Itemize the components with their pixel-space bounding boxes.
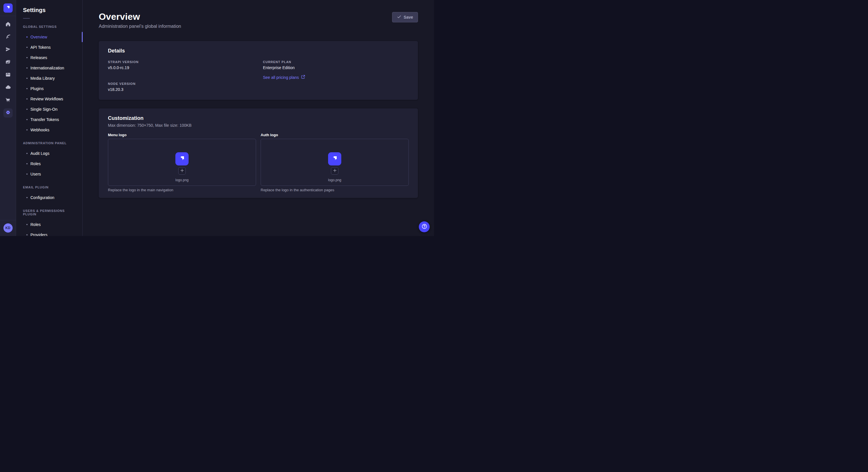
rail-bottom: KD — [0, 220, 16, 236]
sidebar-item-review-workflows[interactable]: Review Workflows — [16, 94, 82, 104]
auth-logo-upload-box[interactable]: logo.png — [260, 139, 409, 186]
nav-home-button[interactable] — [3, 20, 12, 29]
subnav-title: Settings — [23, 7, 82, 13]
plus-icon — [180, 169, 184, 173]
bullet-icon — [26, 98, 28, 100]
sidebar-item-overview[interactable]: Overview — [16, 32, 82, 42]
current-plan-value: Enterprise Edition — [263, 65, 409, 70]
images-icon — [5, 59, 11, 66]
strapi-version-field: STRAPI VERSION v5.0.0-rc.19 — [108, 60, 254, 70]
strapi-admin-app: KD Settings GLOBAL SETTINGS Overview API… — [0, 0, 434, 236]
strapi-version-label: STRAPI VERSION — [108, 60, 254, 64]
bullet-icon — [26, 88, 28, 89]
menu-logo-add-button[interactable] — [178, 167, 186, 175]
bullet-icon — [26, 36, 28, 38]
sidebar-item-plugins[interactable]: Plugins — [16, 83, 82, 94]
customization-heading: Customization — [108, 115, 409, 121]
cloud-icon — [5, 84, 11, 91]
bullet-icon — [26, 47, 28, 48]
sidebar-item-media-library[interactable]: Media Library — [16, 73, 82, 83]
details-heading: Details — [108, 48, 409, 54]
pricing-plans-link[interactable]: See all pricing plans — [263, 75, 305, 80]
customization-card: Customization Max dimension: 750×750, Ma… — [99, 108, 418, 198]
menu-logo-hint: Replace the logo in the main navigation — [108, 188, 256, 192]
node-version-label: NODE VERSION — [108, 82, 254, 86]
section-administration-panel: ADMINISTRATION PANEL — [23, 141, 75, 145]
menu-logo-filename: logo.png — [175, 178, 189, 182]
nav-marketplace-button[interactable] — [3, 96, 12, 105]
users-permissions-list: Roles Providers — [16, 220, 82, 236]
menu-logo-upload-box[interactable]: logo.png — [108, 139, 256, 186]
nav-content-type-builder-button[interactable] — [3, 71, 12, 80]
cart-icon — [5, 97, 11, 104]
strapi-logo-icon — [179, 155, 185, 163]
page-header: Overview Administration panel’s global i… — [99, 11, 418, 29]
auth-logo-field: Auth logo logo.png Replace the logo in t… — [260, 133, 409, 192]
strapi-logo-icon — [5, 5, 11, 11]
bullet-icon — [26, 163, 28, 164]
auth-logo-filename: logo.png — [328, 178, 341, 182]
bullet-icon — [26, 119, 28, 120]
sidebar-item-api-tokens[interactable]: API Tokens — [16, 42, 82, 53]
page-title: Overview — [99, 11, 181, 22]
bullet-icon — [26, 109, 28, 110]
sidebar-item-single-sign-on[interactable]: Single Sign-On — [16, 104, 82, 114]
home-icon — [5, 21, 11, 28]
auth-logo-add-button[interactable] — [331, 167, 338, 175]
strapi-version-value: v5.0.0-rc.19 — [108, 65, 254, 70]
sidebar-item-up-providers[interactable]: Providers — [16, 230, 82, 236]
page-subtitle: Administration panel’s global informatio… — [99, 24, 181, 29]
bullet-icon — [26, 153, 28, 154]
subnav-divider — [23, 18, 30, 19]
rail-items — [3, 20, 12, 117]
logos-grid: Menu logo logo.png Replace the logo in t… — [108, 133, 409, 192]
menu-logo-label: Menu logo — [108, 133, 256, 137]
help-button[interactable] — [419, 222, 430, 232]
details-card: Details STRAPI VERSION v5.0.0-rc.19 NODE… — [99, 41, 418, 100]
nav-settings-button[interactable] — [3, 108, 12, 117]
sidebar-item-admin-users[interactable]: Users — [16, 169, 82, 179]
question-mark-circle-icon — [422, 224, 427, 230]
current-plan-field: CURRENT PLAN Enterprise Edition — [263, 60, 409, 70]
nav-releases-button[interactable] — [3, 45, 12, 55]
nav-media-library-button[interactable] — [3, 58, 12, 67]
rail-logo-section — [0, 0, 16, 16]
current-plan-label: CURRENT PLAN — [263, 60, 409, 64]
check-icon — [397, 14, 401, 20]
details-right-column: CURRENT PLAN Enterprise Edition See all … — [263, 60, 409, 92]
customization-subheading: Max dimension: 750×750, Max file size: 1… — [108, 123, 409, 128]
details-left-column: STRAPI VERSION v5.0.0-rc.19 NODE VERSION… — [108, 60, 254, 92]
auth-logo-hint: Replace the logo in the authentication p… — [260, 188, 409, 192]
strapi-logo[interactable] — [3, 3, 12, 12]
layout-icon — [5, 72, 11, 78]
auth-logo-label: Auth logo — [260, 133, 409, 137]
bullet-icon — [26, 57, 28, 58]
node-version-value: v18.20.3 — [108, 87, 254, 92]
sidebar-item-email-configuration[interactable]: Configuration — [16, 193, 82, 203]
user-avatar[interactable]: KD — [3, 224, 12, 233]
nav-cloud-button[interactable] — [3, 83, 12, 92]
sidebar-item-internationalization[interactable]: Internationalization — [16, 63, 82, 73]
paper-plane-icon — [5, 46, 11, 53]
nav-content-manager-button[interactable] — [3, 33, 12, 42]
section-users-permissions-plugin: USERS & PERMISSIONS PLUGIN — [23, 209, 75, 216]
sidebar-item-webhooks[interactable]: Webhooks — [16, 125, 82, 135]
bullet-icon — [26, 197, 28, 198]
sidebar-item-admin-roles[interactable]: Roles — [16, 159, 82, 169]
bullet-icon — [26, 78, 28, 79]
bullet-icon — [26, 234, 28, 235]
save-button[interactable]: Save — [392, 12, 418, 22]
sidebar-item-transfer-tokens[interactable]: Transfer Tokens — [16, 114, 82, 125]
menu-logo-field: Menu logo logo.png Replace the logo in t… — [108, 133, 256, 192]
menu-logo-preview — [175, 152, 189, 165]
section-global-settings: GLOBAL SETTINGS — [23, 25, 75, 28]
settings-subnav: Settings GLOBAL SETTINGS Overview API To… — [16, 0, 83, 236]
feather-icon — [5, 34, 11, 41]
sidebar-item-audit-logs[interactable]: Audit Logs — [16, 148, 82, 159]
sidebar-item-up-roles[interactable]: Roles — [16, 220, 82, 230]
sidebar-item-releases[interactable]: Releases — [16, 53, 82, 63]
page-header-text: Overview Administration panel’s global i… — [99, 11, 181, 29]
bullet-icon — [26, 173, 28, 175]
bullet-icon — [26, 224, 28, 225]
details-grid: STRAPI VERSION v5.0.0-rc.19 NODE VERSION… — [108, 60, 409, 92]
